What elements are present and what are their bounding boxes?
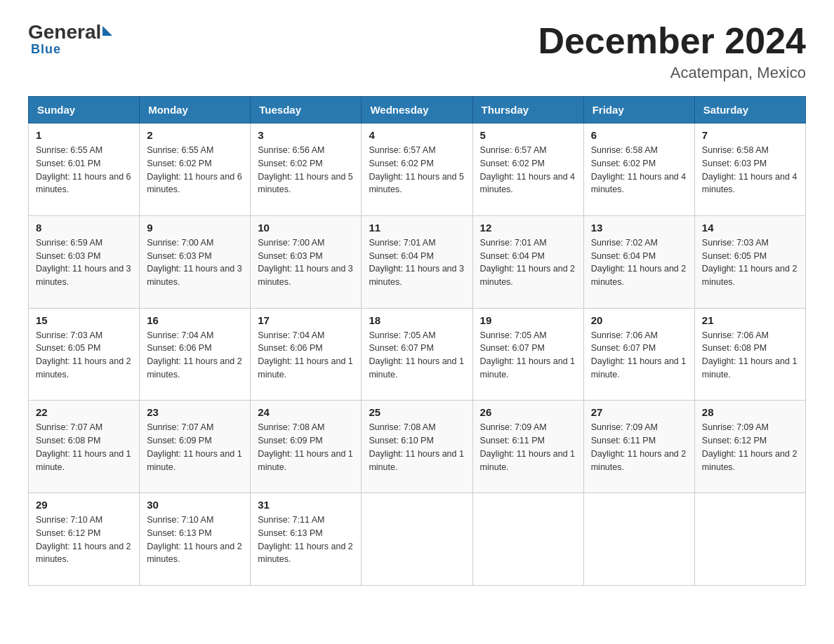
day-number: 13 [591, 222, 687, 234]
calendar-day-cell: 19 Sunrise: 7:05 AM Sunset: 6:07 PM Dayl… [472, 308, 583, 401]
day-number: 4 [369, 129, 465, 141]
calendar-day-cell: 9 Sunrise: 7:00 AM Sunset: 6:03 PM Dayli… [140, 215, 251, 308]
day-info: Sunrise: 6:59 AM Sunset: 6:03 PM Dayligh… [36, 236, 132, 302]
calendar-day-cell: 16 Sunrise: 7:04 AM Sunset: 6:06 PM Dayl… [140, 308, 251, 401]
day-number: 22 [36, 406, 132, 418]
day-info: Sunrise: 6:57 AM Sunset: 6:02 PM Dayligh… [480, 144, 576, 210]
day-number: 21 [702, 314, 798, 326]
calendar-day-cell: 4 Sunrise: 6:57 AM Sunset: 6:02 PM Dayli… [362, 123, 472, 216]
day-number: 10 [258, 222, 354, 234]
calendar-day-cell: 23 Sunrise: 7:07 AM Sunset: 6:09 PM Dayl… [140, 401, 251, 493]
logo-area: General Blue [28, 21, 112, 57]
day-number: 5 [480, 129, 576, 141]
day-info: Sunrise: 7:07 AM Sunset: 6:09 PM Dayligh… [147, 421, 243, 487]
logo-blue-text: Blue [31, 42, 112, 57]
calendar-day-cell: 6 Sunrise: 6:58 AM Sunset: 6:02 PM Dayli… [583, 123, 694, 216]
weekday-header-tuesday: Tuesday [251, 97, 362, 123]
calendar-day-cell: 12 Sunrise: 7:01 AM Sunset: 6:04 PM Dayl… [472, 215, 583, 308]
day-number: 12 [480, 222, 576, 234]
day-info: Sunrise: 7:07 AM Sunset: 6:08 PM Dayligh… [36, 421, 132, 487]
calendar-day-cell: 26 Sunrise: 7:09 AM Sunset: 6:11 PM Dayl… [472, 401, 583, 493]
weekday-header-monday: Monday [140, 97, 251, 123]
day-number: 18 [369, 314, 465, 326]
calendar-day-cell: 30 Sunrise: 7:10 AM Sunset: 6:13 PM Dayl… [140, 493, 251, 586]
calendar-day-cell: 28 Sunrise: 7:09 AM Sunset: 6:12 PM Dayl… [694, 401, 805, 493]
calendar-day-cell: 1 Sunrise: 6:55 AM Sunset: 6:01 PM Dayli… [29, 123, 140, 216]
main-title: December 2024 [538, 21, 806, 61]
calendar-week-row: 8 Sunrise: 6:59 AM Sunset: 6:03 PM Dayli… [29, 215, 806, 308]
day-number: 26 [480, 406, 576, 418]
calendar-day-cell: 15 Sunrise: 7:03 AM Sunset: 6:05 PM Dayl… [29, 308, 140, 401]
day-number: 30 [147, 499, 243, 511]
day-info: Sunrise: 7:09 AM Sunset: 6:11 PM Dayligh… [591, 421, 687, 487]
weekday-header-thursday: Thursday [472, 97, 583, 123]
day-info: Sunrise: 7:04 AM Sunset: 6:06 PM Dayligh… [147, 329, 243, 395]
day-info: Sunrise: 7:08 AM Sunset: 6:10 PM Dayligh… [369, 421, 465, 487]
day-info: Sunrise: 6:56 AM Sunset: 6:02 PM Dayligh… [258, 144, 354, 210]
location-subtitle: Acatempan, Mexico [538, 64, 806, 82]
day-info: Sunrise: 7:02 AM Sunset: 6:04 PM Dayligh… [591, 236, 687, 302]
logo-general-text: General [28, 21, 101, 43]
day-info: Sunrise: 6:57 AM Sunset: 6:02 PM Dayligh… [369, 144, 465, 210]
calendar-day-cell: 2 Sunrise: 6:55 AM Sunset: 6:02 PM Dayli… [140, 123, 251, 216]
calendar-day-cell: 18 Sunrise: 7:05 AM Sunset: 6:07 PM Dayl… [362, 308, 472, 401]
day-info: Sunrise: 7:05 AM Sunset: 6:07 PM Dayligh… [480, 329, 576, 395]
day-info: Sunrise: 7:00 AM Sunset: 6:03 PM Dayligh… [147, 236, 243, 302]
calendar-day-cell: 8 Sunrise: 6:59 AM Sunset: 6:03 PM Dayli… [29, 215, 140, 308]
day-number: 9 [147, 222, 243, 234]
calendar-day-cell: 24 Sunrise: 7:08 AM Sunset: 6:09 PM Dayl… [251, 401, 362, 493]
day-info: Sunrise: 7:01 AM Sunset: 6:04 PM Dayligh… [369, 236, 465, 302]
day-number: 24 [258, 406, 354, 418]
day-info: Sunrise: 7:01 AM Sunset: 6:04 PM Dayligh… [480, 236, 576, 302]
day-info: Sunrise: 7:09 AM Sunset: 6:11 PM Dayligh… [480, 421, 576, 487]
calendar-day-cell: 27 Sunrise: 7:09 AM Sunset: 6:11 PM Dayl… [583, 401, 694, 493]
calendar-day-cell [694, 493, 805, 586]
day-info: Sunrise: 7:08 AM Sunset: 6:09 PM Dayligh… [258, 421, 354, 487]
day-info: Sunrise: 7:05 AM Sunset: 6:07 PM Dayligh… [369, 329, 465, 395]
calendar-day-cell [362, 493, 472, 586]
day-info: Sunrise: 6:55 AM Sunset: 6:02 PM Dayligh… [147, 144, 243, 210]
day-info: Sunrise: 7:03 AM Sunset: 6:05 PM Dayligh… [702, 236, 798, 302]
day-number: 1 [36, 129, 132, 141]
day-info: Sunrise: 7:10 AM Sunset: 6:12 PM Dayligh… [36, 514, 132, 579]
day-number: 7 [702, 129, 798, 141]
calendar-table: SundayMondayTuesdayWednesdayThursdayFrid… [28, 96, 806, 586]
weekday-header-saturday: Saturday [694, 97, 805, 123]
day-info: Sunrise: 7:10 AM Sunset: 6:13 PM Dayligh… [147, 514, 243, 579]
day-number: 25 [369, 406, 465, 418]
day-info: Sunrise: 7:03 AM Sunset: 6:05 PM Dayligh… [36, 329, 132, 395]
day-number: 17 [258, 314, 354, 326]
calendar-day-cell [583, 493, 694, 586]
weekday-header-sunday: Sunday [29, 97, 140, 123]
day-number: 19 [480, 314, 576, 326]
logo: General [28, 21, 112, 43]
weekday-header-wednesday: Wednesday [362, 97, 472, 123]
title-area: December 2024 Acatempan, Mexico [538, 21, 806, 82]
calendar-day-cell: 13 Sunrise: 7:02 AM Sunset: 6:04 PM Dayl… [583, 215, 694, 308]
calendar-day-cell: 10 Sunrise: 7:00 AM Sunset: 6:03 PM Dayl… [251, 215, 362, 308]
day-number: 16 [147, 314, 243, 326]
day-info: Sunrise: 6:55 AM Sunset: 6:01 PM Dayligh… [36, 144, 132, 210]
day-info: Sunrise: 7:06 AM Sunset: 6:07 PM Dayligh… [591, 329, 687, 395]
calendar-week-row: 22 Sunrise: 7:07 AM Sunset: 6:08 PM Dayl… [29, 401, 806, 493]
calendar-day-cell: 25 Sunrise: 7:08 AM Sunset: 6:10 PM Dayl… [362, 401, 472, 493]
calendar-day-cell: 20 Sunrise: 7:06 AM Sunset: 6:07 PM Dayl… [583, 308, 694, 401]
calendar-day-cell: 3 Sunrise: 6:56 AM Sunset: 6:02 PM Dayli… [251, 123, 362, 216]
calendar-day-cell: 29 Sunrise: 7:10 AM Sunset: 6:12 PM Dayl… [29, 493, 140, 586]
logo-triangle-icon [102, 26, 112, 36]
calendar-day-cell: 22 Sunrise: 7:07 AM Sunset: 6:08 PM Dayl… [29, 401, 140, 493]
day-info: Sunrise: 7:06 AM Sunset: 6:08 PM Dayligh… [702, 329, 798, 395]
weekday-header-friday: Friday [583, 97, 694, 123]
day-number: 14 [702, 222, 798, 234]
calendar-week-row: 29 Sunrise: 7:10 AM Sunset: 6:12 PM Dayl… [29, 493, 806, 586]
day-number: 2 [147, 129, 243, 141]
day-number: 6 [591, 129, 687, 141]
day-number: 8 [36, 222, 132, 234]
page-header: General Blue December 2024 Acatempan, Me… [28, 21, 806, 82]
calendar-week-row: 1 Sunrise: 6:55 AM Sunset: 6:01 PM Dayli… [29, 123, 806, 216]
day-number: 23 [147, 406, 243, 418]
day-info: Sunrise: 7:11 AM Sunset: 6:13 PM Dayligh… [258, 514, 354, 579]
day-info: Sunrise: 7:09 AM Sunset: 6:12 PM Dayligh… [702, 421, 798, 487]
day-info: Sunrise: 6:58 AM Sunset: 6:02 PM Dayligh… [591, 144, 687, 210]
day-number: 15 [36, 314, 132, 326]
